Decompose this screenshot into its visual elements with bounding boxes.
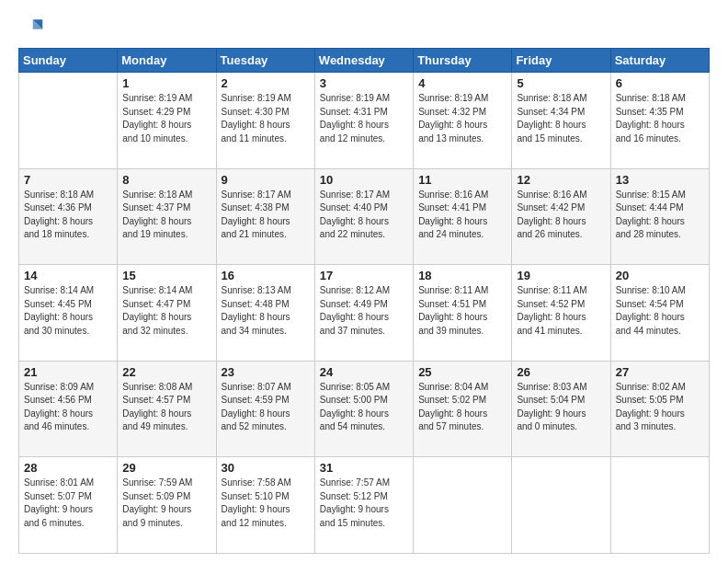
calendar-cell: 28Sunrise: 8:01 AM Sunset: 5:07 PM Dayli…: [19, 457, 118, 554]
day-info: Sunrise: 8:15 AM Sunset: 4:44 PM Dayligh…: [616, 189, 704, 242]
day-info: Sunrise: 8:04 AM Sunset: 5:02 PM Dayligh…: [418, 381, 506, 434]
day-info: Sunrise: 8:16 AM Sunset: 4:42 PM Dayligh…: [517, 189, 605, 242]
calendar-cell: 12Sunrise: 8:16 AM Sunset: 4:42 PM Dayli…: [512, 168, 610, 265]
day-number: 18: [418, 269, 506, 282]
day-number: 12: [517, 173, 605, 187]
day-number: 10: [320, 173, 408, 187]
day-info: Sunrise: 8:18 AM Sunset: 4:36 PM Dayligh…: [24, 189, 112, 242]
day-info: Sunrise: 8:11 AM Sunset: 4:51 PM Dayligh…: [418, 284, 506, 338]
day-number: 6: [616, 76, 704, 90]
calendar-cell: 2Sunrise: 8:19 AM Sunset: 4:30 PM Daylig…: [216, 73, 314, 169]
calendar-cell: 22Sunrise: 8:08 AM Sunset: 4:57 PM Dayli…: [118, 361, 216, 457]
calendar-cell: 16Sunrise: 8:13 AM Sunset: 4:48 PM Dayli…: [216, 265, 314, 362]
calendar-cell: 5Sunrise: 8:18 AM Sunset: 4:34 PM Daylig…: [512, 73, 610, 169]
calendar-cell: 23Sunrise: 8:07 AM Sunset: 4:59 PM Dayli…: [216, 361, 314, 457]
calendar-cell: 3Sunrise: 8:19 AM Sunset: 4:31 PM Daylig…: [314, 73, 413, 169]
day-info: Sunrise: 8:02 AM Sunset: 5:05 PM Dayligh…: [616, 381, 704, 434]
calendar-cell: 8Sunrise: 8:18 AM Sunset: 4:37 PM Daylig…: [118, 168, 216, 265]
day-number: 15: [122, 269, 210, 282]
day-number: 13: [616, 173, 704, 187]
day-number: 20: [616, 269, 704, 282]
calendar-cell: 24Sunrise: 8:05 AM Sunset: 5:00 PM Dayli…: [314, 361, 413, 457]
day-info: Sunrise: 8:14 AM Sunset: 4:45 PM Dayligh…: [24, 284, 112, 338]
weekday-header-saturday: Saturday: [610, 49, 709, 73]
logo: [18, 15, 46, 40]
day-number: 21: [24, 365, 112, 379]
calendar-cell: [414, 457, 512, 554]
day-number: 5: [517, 76, 605, 90]
day-number: 11: [418, 173, 506, 187]
day-info: Sunrise: 7:59 AM Sunset: 5:09 PM Dayligh…: [122, 477, 210, 530]
calendar-cell: 19Sunrise: 8:11 AM Sunset: 4:52 PM Dayli…: [512, 265, 610, 362]
weekday-header-monday: Monday: [118, 49, 216, 73]
weekday-header-row: SundayMondayTuesdayWednesdayThursdayFrid…: [19, 49, 710, 73]
day-number: 8: [122, 173, 210, 187]
day-number: 29: [122, 461, 210, 475]
calendar-cell: [512, 457, 610, 554]
calendar-cell: 14Sunrise: 8:14 AM Sunset: 4:45 PM Dayli…: [19, 265, 118, 362]
calendar-cell: 9Sunrise: 8:17 AM Sunset: 4:38 PM Daylig…: [216, 168, 314, 265]
calendar-cell: 18Sunrise: 8:11 AM Sunset: 4:51 PM Dayli…: [414, 265, 512, 362]
calendar-cell: 4Sunrise: 8:19 AM Sunset: 4:32 PM Daylig…: [414, 73, 512, 169]
calendar-cell: 21Sunrise: 8:09 AM Sunset: 4:56 PM Dayli…: [19, 361, 118, 457]
day-info: Sunrise: 8:19 AM Sunset: 4:31 PM Dayligh…: [320, 92, 408, 145]
day-info: Sunrise: 8:01 AM Sunset: 5:07 PM Dayligh…: [24, 477, 112, 530]
page: SundayMondayTuesdayWednesdayThursdayFrid…: [0, 0, 728, 563]
day-info: Sunrise: 8:05 AM Sunset: 5:00 PM Dayligh…: [320, 381, 408, 434]
day-number: 22: [122, 365, 210, 379]
day-number: 1: [122, 76, 210, 90]
calendar-cell: 25Sunrise: 8:04 AM Sunset: 5:02 PM Dayli…: [414, 361, 512, 457]
day-info: Sunrise: 8:18 AM Sunset: 4:35 PM Dayligh…: [616, 92, 704, 145]
day-info: Sunrise: 8:07 AM Sunset: 4:59 PM Dayligh…: [222, 381, 310, 434]
day-info: Sunrise: 8:14 AM Sunset: 4:47 PM Dayligh…: [122, 284, 210, 338]
calendar-cell: 29Sunrise: 7:59 AM Sunset: 5:09 PM Dayli…: [118, 457, 216, 554]
day-number: 14: [24, 269, 112, 282]
day-info: Sunrise: 7:58 AM Sunset: 5:10 PM Dayligh…: [222, 477, 310, 530]
day-info: Sunrise: 8:17 AM Sunset: 4:38 PM Dayligh…: [222, 189, 310, 242]
calendar-cell: 11Sunrise: 8:16 AM Sunset: 4:41 PM Dayli…: [414, 168, 512, 265]
day-number: 3: [320, 76, 408, 90]
day-number: 2: [222, 76, 310, 90]
weekday-header-thursday: Thursday: [414, 49, 512, 73]
calendar-cell: 15Sunrise: 8:14 AM Sunset: 4:47 PM Dayli…: [118, 265, 216, 362]
day-info: Sunrise: 8:03 AM Sunset: 5:04 PM Dayligh…: [517, 381, 605, 434]
day-info: Sunrise: 8:13 AM Sunset: 4:48 PM Dayligh…: [222, 284, 310, 338]
day-number: 4: [418, 76, 506, 90]
calendar-cell: [610, 457, 709, 554]
calendar-cell: 1Sunrise: 8:19 AM Sunset: 4:29 PM Daylig…: [118, 73, 216, 169]
day-info: Sunrise: 8:19 AM Sunset: 4:30 PM Dayligh…: [222, 92, 310, 145]
weekday-header-tuesday: Tuesday: [216, 49, 314, 73]
calendar-cell: 20Sunrise: 8:10 AM Sunset: 4:54 PM Dayli…: [610, 265, 709, 362]
calendar-cell: 13Sunrise: 8:15 AM Sunset: 4:44 PM Dayli…: [610, 168, 709, 265]
calendar-week-4: 21Sunrise: 8:09 AM Sunset: 4:56 PM Dayli…: [19, 361, 710, 457]
day-info: Sunrise: 8:18 AM Sunset: 4:37 PM Dayligh…: [122, 189, 210, 242]
day-info: Sunrise: 8:16 AM Sunset: 4:41 PM Dayligh…: [418, 189, 506, 242]
calendar-cell: [19, 73, 118, 169]
day-number: 7: [24, 173, 112, 187]
calendar-week-5: 28Sunrise: 8:01 AM Sunset: 5:07 PM Dayli…: [19, 457, 710, 554]
day-number: 25: [418, 365, 506, 379]
calendar-cell: 27Sunrise: 8:02 AM Sunset: 5:05 PM Dayli…: [610, 361, 709, 457]
day-info: Sunrise: 8:17 AM Sunset: 4:40 PM Dayligh…: [320, 189, 408, 242]
day-number: 9: [222, 173, 310, 187]
day-number: 30: [222, 461, 310, 475]
day-info: Sunrise: 7:57 AM Sunset: 5:12 PM Dayligh…: [320, 477, 408, 530]
day-info: Sunrise: 8:18 AM Sunset: 4:34 PM Dayligh…: [517, 92, 605, 145]
weekday-header-friday: Friday: [512, 49, 610, 73]
calendar-week-1: 1Sunrise: 8:19 AM Sunset: 4:29 PM Daylig…: [19, 73, 710, 169]
weekday-header-sunday: Sunday: [19, 49, 118, 73]
logo-icon: [18, 15, 44, 40]
calendar-cell: 31Sunrise: 7:57 AM Sunset: 5:12 PM Dayli…: [314, 457, 413, 554]
day-number: 16: [222, 269, 310, 282]
calendar-week-3: 14Sunrise: 8:14 AM Sunset: 4:45 PM Dayli…: [19, 265, 710, 362]
calendar-cell: 17Sunrise: 8:12 AM Sunset: 4:49 PM Dayli…: [314, 265, 413, 362]
day-info: Sunrise: 8:19 AM Sunset: 4:32 PM Dayligh…: [418, 92, 506, 145]
calendar-cell: 26Sunrise: 8:03 AM Sunset: 5:04 PM Dayli…: [512, 361, 610, 457]
day-number: 24: [320, 365, 408, 379]
header: [18, 15, 710, 40]
day-number: 28: [24, 461, 112, 475]
calendar-cell: 30Sunrise: 7:58 AM Sunset: 5:10 PM Dayli…: [216, 457, 314, 554]
day-number: 19: [517, 269, 605, 282]
day-info: Sunrise: 8:12 AM Sunset: 4:49 PM Dayligh…: [320, 284, 408, 338]
calendar-cell: 10Sunrise: 8:17 AM Sunset: 4:40 PM Dayli…: [314, 168, 413, 265]
